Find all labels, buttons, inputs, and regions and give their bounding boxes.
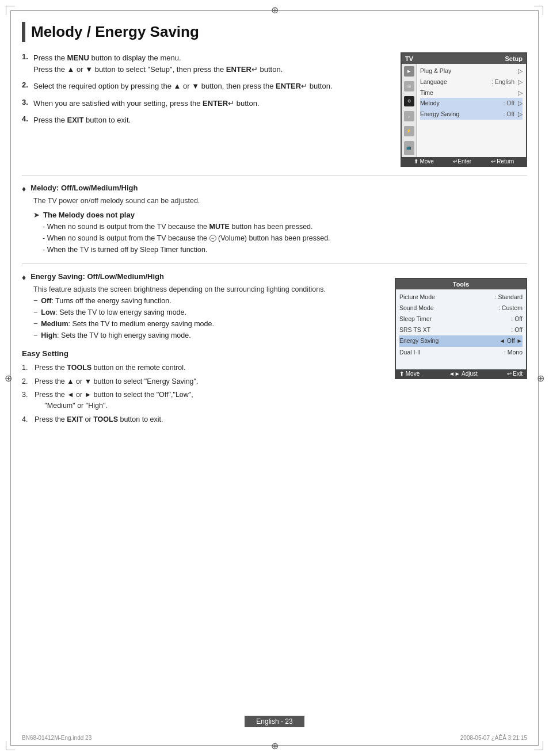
energy-bullet-section: ♦ Energy Saving: Off/Low/Medium/High Thi… xyxy=(22,272,381,341)
tools-body: Picture Mode : Standard Sound Mode : Cus… xyxy=(396,289,526,360)
tv-menu-label-4: Melody xyxy=(420,99,440,108)
tools-row-1: Picture Mode : Standard xyxy=(399,292,523,303)
tv-icon-5: ⚡ xyxy=(404,126,414,136)
tools-header: Tools xyxy=(396,279,526,289)
easy-step-4: 4. Press the EXIT or TOOLS button to exi… xyxy=(22,414,381,425)
step-2-num: 2. xyxy=(22,81,33,92)
tools-label-2: Sound Mode xyxy=(399,304,434,312)
main-layout: 1. Press the MENU button to display the … xyxy=(22,52,527,167)
step-3-text: When you are satisfied with your setting… xyxy=(33,98,387,109)
footer-text: BN68-01412M-Eng.indd 23 2008-05-07 ¿ÀÊÂ … xyxy=(22,735,527,741)
melody-note-items: - When no sound is output from the TV be… xyxy=(43,221,527,255)
bottom-left: ♦ Energy Saving: Off/Low/Medium/High Thi… xyxy=(22,272,381,428)
melody-note-header: ➤ The Melody does not play xyxy=(33,211,527,219)
tools-footer-exit: ↩ Exit xyxy=(507,371,523,377)
note-item-1: - When no sound is output from the TV be… xyxy=(43,221,527,232)
energy-bullet-header: ♦ Energy Saving: Off/Low/Medium/High xyxy=(22,272,381,282)
tv-icon-2: ◎ xyxy=(404,81,414,91)
step-1-text: Press the MENU button to display the men… xyxy=(33,52,387,75)
tv-header-left: TV xyxy=(405,55,413,62)
title-container: Melody / Energy Saving xyxy=(22,22,527,42)
melody-note-title: The Melody does not play xyxy=(43,211,135,219)
tv-menu-value-2: : English ▷ xyxy=(491,78,523,86)
tv-setup-panel: TV Setup ▶ ◎ ⚙ ♪ ⚡ 📺 Plug & Play xyxy=(401,52,527,167)
step-2: 2. Select the required option by pressin… xyxy=(22,81,387,92)
tv-menu-label-1: Plug & Play xyxy=(420,67,451,75)
easy-setting-section: Easy Setting 1. Press the TOOLS button o… xyxy=(22,349,381,425)
tools-label-5: Energy Saving xyxy=(399,337,439,345)
step-4-text: Press the EXIT button to exit. xyxy=(33,114,387,126)
tools-value-3: : Off xyxy=(511,315,523,323)
footer-left: BN68-01412M-Eng.indd 23 xyxy=(22,735,92,741)
tv-icon-1: ▶ xyxy=(404,66,414,77)
easy-setting-title: Easy Setting xyxy=(22,349,381,358)
crosshair-right: ⊕ xyxy=(537,373,544,384)
footer-return: ↩ Return xyxy=(491,158,514,165)
tools-value-1: : Standard xyxy=(495,293,523,301)
page-title: Melody / Energy Saving xyxy=(31,22,199,42)
tools-panel: Tools Picture Mode : Standard Sound Mode… xyxy=(395,278,527,379)
section-divider-2 xyxy=(22,264,527,264)
easy-step-1: 1. Press the TOOLS button on the remote … xyxy=(22,362,381,373)
step-1-num: 1. xyxy=(22,52,33,75)
setup-panel: TV Setup ▶ ◎ ⚙ ♪ ⚡ 📺 Plug & Play xyxy=(401,52,527,167)
tv-menu-value-3: ▷ xyxy=(518,89,523,97)
footer-enter: ↵Enter xyxy=(453,158,471,165)
tv-setup-icons: ▶ ◎ ⚙ ♪ ⚡ 📺 xyxy=(402,64,417,157)
page-number-box: English - 23 xyxy=(245,716,304,727)
energy-title: Energy Saving: Off/Low/Medium/High xyxy=(30,272,164,281)
tools-value-4: : Off xyxy=(511,326,523,334)
tv-setup-menu: Plug & Play ▷ Language : English ▷ Time … xyxy=(417,64,526,157)
tools-footer: ⬆ Move ◄► Adjust ↩ Exit xyxy=(396,369,526,378)
tools-row-6: Dual I-II : Mono xyxy=(399,347,523,358)
tv-menu-row-4: Melody : Off ▷ xyxy=(420,98,523,109)
energy-item-low: − Low: Sets the TV to low energy saving … xyxy=(33,307,381,318)
melody-diamond: ♦ xyxy=(22,184,26,193)
tools-row-4: SRS TS XT : Off xyxy=(399,324,523,335)
energy-item-off: − Off: Turns off the energy saving funct… xyxy=(33,295,381,307)
tools-row-2: Sound Mode : Custom xyxy=(399,303,523,314)
melody-note-block: ➤ The Melody does not play - When no sou… xyxy=(33,211,527,255)
tools-label-1: Picture Mode xyxy=(399,293,435,301)
left-column: 1. Press the MENU button to display the … xyxy=(22,52,387,167)
step-4-num: 4. xyxy=(22,114,33,126)
tv-menu-label-2: Language xyxy=(420,78,447,86)
tv-menu-row-1: Plug & Play ▷ xyxy=(420,66,523,77)
melody-desc: The TV power on/off melody sound can be … xyxy=(33,196,527,207)
footer-right: 2008-05-07 ¿ÀÊÂ 3:21:15 xyxy=(460,735,527,741)
tools-label-4: SRS TS XT xyxy=(399,326,430,334)
tv-setup-header: TV Setup xyxy=(402,54,526,64)
bottom-section: ♦ Energy Saving: Off/Low/Medium/High Thi… xyxy=(22,272,527,428)
tv-icon-3: ⚙ xyxy=(404,96,414,106)
tools-label-3: Sleep Timer xyxy=(399,315,432,323)
tv-menu-label-5: Energy Saving xyxy=(420,110,459,119)
note-arrow-icon: ➤ xyxy=(33,211,40,219)
step-2-text: Select the required option by pressing t… xyxy=(33,81,387,92)
easy-step-2: 2. Press the ▲ or ▼ button to select "En… xyxy=(22,376,381,387)
step-4: 4. Press the EXIT button to exit. xyxy=(22,114,387,126)
tools-row-5: Energy Saving ◄ Off ► xyxy=(399,335,523,346)
section-divider-1 xyxy=(22,175,527,175)
melody-title: Melody: Off/Low/Medium/High xyxy=(30,184,138,192)
energy-item-high: − High: Sets the TV to high energy savin… xyxy=(33,330,381,341)
tv-menu-value-1: ▷ xyxy=(518,67,523,75)
crosshair-bottom: ⊕ xyxy=(271,740,279,751)
note-item-3: - When the TV is turned off by Sleep Tim… xyxy=(43,244,527,255)
tools-value-6: : Mono xyxy=(504,348,523,357)
tv-menu-row-3: Time ▷ xyxy=(420,87,523,98)
corner-br xyxy=(534,741,543,750)
page-number-bar: English - 23 xyxy=(0,716,549,727)
tv-icon-4: ♪ xyxy=(404,111,414,121)
tv-menu-row-5: Energy Saving : Off ▷ xyxy=(420,109,523,120)
energy-diamond: ♦ xyxy=(22,273,26,282)
tools-row-3: Sleep Timer : Off xyxy=(399,314,523,324)
step-3: 3. When you are satisfied with your sett… xyxy=(22,98,387,109)
energy-item-medium: − Medium: Sets the TV to medium energy s… xyxy=(33,318,381,330)
melody-bullet-header: ♦ Melody: Off/Low/Medium/High xyxy=(22,184,527,193)
title-bar xyxy=(22,22,25,42)
tools-value-2: : Custom xyxy=(498,304,523,312)
tools-value-5: ◄ Off ► xyxy=(500,337,523,345)
vol-minus-icon: − xyxy=(209,235,216,242)
tv-menu-label-3: Time xyxy=(420,89,433,97)
tv-header-right: Setup xyxy=(505,55,523,62)
